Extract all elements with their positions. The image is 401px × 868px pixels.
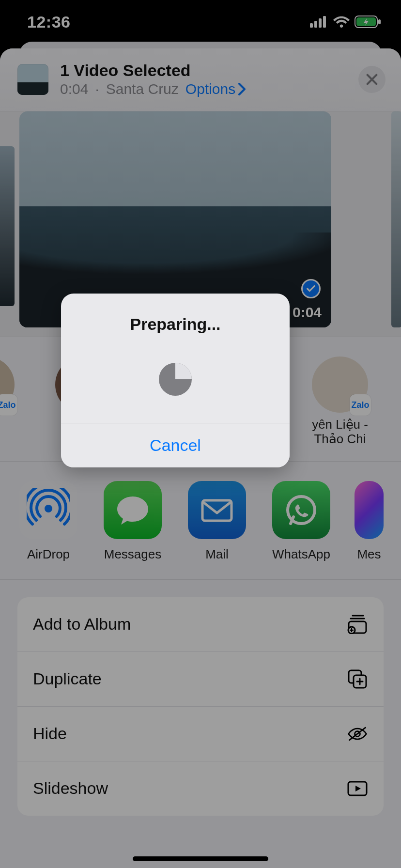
preparing-alert: Preparing... Cancel <box>61 294 290 467</box>
cancel-button[interactable]: Cancel <box>61 423 290 467</box>
alert-title: Preparing... <box>130 315 220 334</box>
cancel-label: Cancel <box>150 436 201 454</box>
home-indicator[interactable] <box>133 856 268 861</box>
progress-pie-icon <box>159 363 192 396</box>
screen: 12:36 1 Video Selected 0:04 · Santa Cruz… <box>0 0 401 868</box>
alert-body: Preparing... <box>61 294 290 423</box>
